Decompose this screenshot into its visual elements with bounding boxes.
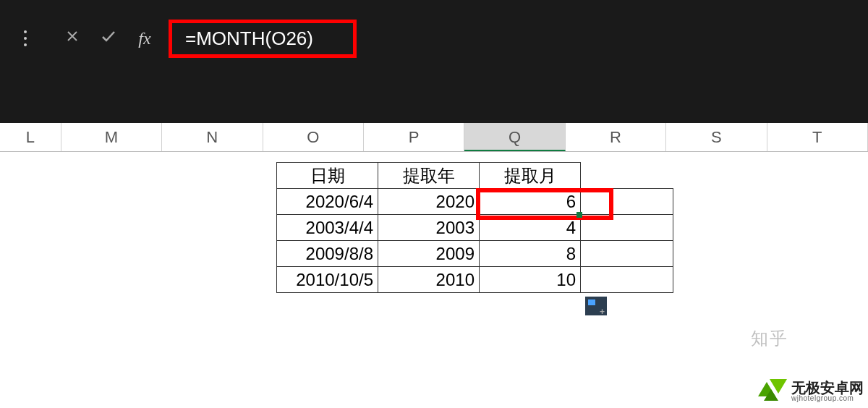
cell[interactable]: 2003: [378, 215, 480, 241]
autofill-options-icon[interactable]: [585, 297, 607, 315]
cell[interactable]: [581, 215, 673, 241]
cell[interactable]: [581, 189, 673, 215]
cell[interactable]: 10: [480, 267, 581, 293]
column-header-l[interactable]: L: [0, 123, 61, 151]
cell[interactable]: 2020: [378, 189, 480, 215]
watermark-site: 无极安卓网 wjhotelgroup.com: [758, 379, 864, 404]
more-menu-icon[interactable]: [11, 30, 40, 46]
cell[interactable]: 2010/10/5: [277, 267, 378, 293]
table-row: 2009/8/8 2009 8: [277, 241, 673, 267]
column-header-q[interactable]: Q: [464, 123, 565, 151]
site-text: 无极安卓网 wjhotelgroup.com: [791, 381, 864, 402]
column-headers: LMNOPQRST: [0, 123, 868, 152]
cell[interactable]: 2010: [378, 267, 480, 293]
column-header-m[interactable]: M: [61, 123, 162, 151]
confirm-icon[interactable]: [90, 27, 127, 49]
table-row: 2003/4/4 2003 4: [277, 215, 673, 241]
empty-cell[interactable]: [581, 163, 673, 189]
cell[interactable]: 8: [480, 241, 581, 267]
cell[interactable]: 2003/4/4: [277, 215, 378, 241]
cell[interactable]: 2020/6/4: [277, 189, 378, 215]
cell[interactable]: 2009/8/8: [277, 241, 378, 267]
spreadsheet-grid[interactable]: 日期 提取年 提取月 2020/6/4 2020 6 2003/4/4 2003…: [0, 152, 868, 408]
cancel-icon[interactable]: [54, 27, 90, 49]
column-header-r[interactable]: R: [566, 123, 666, 151]
formula-bar-area: fx =MONTH(O26): [0, 0, 868, 123]
column-header-n[interactable]: N: [162, 123, 263, 151]
table-row: 2010/10/5 2010 10: [277, 267, 673, 293]
cell-selected[interactable]: 6: [480, 189, 581, 215]
column-header-p[interactable]: P: [364, 123, 464, 151]
formula-row: fx =MONTH(O26): [0, 20, 868, 56]
column-header-o[interactable]: O: [263, 123, 364, 151]
site-name-cn: 无极安卓网: [791, 381, 864, 395]
data-table: 日期 提取年 提取月 2020/6/4 2020 6 2003/4/4 2003…: [276, 162, 673, 293]
site-logo-icon: [758, 379, 788, 404]
fx-label[interactable]: fx: [127, 29, 163, 48]
cell[interactable]: [581, 241, 673, 267]
header-year[interactable]: 提取年: [378, 163, 480, 189]
column-header-s[interactable]: S: [666, 123, 767, 151]
table-row: 日期 提取年 提取月: [277, 163, 673, 189]
cell[interactable]: 4: [480, 215, 581, 241]
column-header-t[interactable]: T: [767, 123, 868, 151]
formula-input[interactable]: =MONTH(O26): [185, 27, 313, 49]
formula-highlight-box: =MONTH(O26): [169, 20, 357, 58]
table-row: 2020/6/4 2020 6: [277, 189, 673, 215]
site-name-en: wjhotelgroup.com: [791, 395, 864, 402]
cell[interactable]: [581, 267, 673, 293]
header-date[interactable]: 日期: [277, 163, 378, 189]
selection-fill-handle[interactable]: [576, 212, 582, 218]
header-month[interactable]: 提取月: [480, 163, 581, 189]
cell[interactable]: 2009: [378, 241, 480, 267]
watermark-zhihu: 知乎: [751, 327, 788, 350]
